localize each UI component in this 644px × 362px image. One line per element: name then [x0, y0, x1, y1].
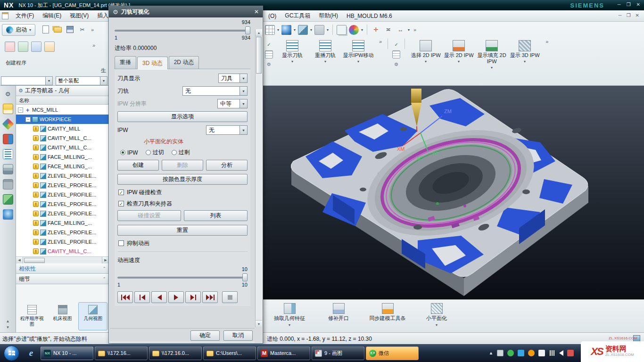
verify-toolpath-icon[interactable]	[265, 50, 273, 58]
scroll-down-icon[interactable]: ▼	[6, 325, 10, 329]
dependencies-section[interactable]: 相依性 ⌃	[16, 263, 109, 274]
graphics-window[interactable]: XM ZM XC YC	[262, 86, 644, 299]
toolbar-overflow-icon[interactable]: »	[412, 27, 418, 33]
collision-settings-button[interactable]: 碰撞设置	[117, 210, 181, 221]
operation-navigator-icon[interactable]	[3, 149, 13, 159]
list-button[interactable]: 列表	[184, 210, 248, 221]
taskbar-item[interactable]: Masterca...	[257, 346, 310, 360]
window-split-icon[interactable]	[337, 25, 347, 35]
shaded-sphere-icon[interactable]	[281, 25, 291, 35]
tree-item[interactable]: WORKPIECE	[16, 115, 109, 124]
create-button[interactable]: 创建	[117, 160, 159, 171]
synchronous-modeling-button[interactable]: 同步建模工具条	[367, 302, 408, 330]
web-browser-icon[interactable]	[3, 209, 13, 220]
check-tool-holder-row[interactable]: ✓ 检查刀具和夹持器	[118, 199, 248, 208]
slider-thumb[interactable]	[242, 273, 248, 281]
collapse-icon[interactable]	[25, 117, 31, 122]
tab-2d-dynamic[interactable]: 2D 动态	[169, 56, 199, 69]
scroll-up-icon[interactable]: ▲	[6, 319, 10, 323]
step-forward-button[interactable]	[185, 291, 201, 303]
taskbar-item[interactable]: NX 10 - ...	[41, 346, 93, 360]
ipw-collision-check-row[interactable]: ✓ IPW 碰撞检查	[118, 188, 248, 197]
frame-slider[interactable]	[115, 26, 250, 34]
scroll-left-icon[interactable]: ◀	[16, 257, 23, 263]
scrollbar-thumb[interactable]	[256, 37, 262, 74]
tree-item[interactable]: ZLEVEL_PROFILE...	[16, 199, 109, 209]
taskbar-item[interactable]: 9 - 画图	[312, 346, 364, 360]
checkbox-unchecked-icon[interactable]	[118, 240, 124, 246]
play-backward-button[interactable]	[151, 291, 167, 303]
taskbar-item[interactable]: \\172.16...	[95, 346, 148, 360]
tray-icon-green[interactable]	[507, 350, 514, 356]
menu-item[interactable]: HB_MOULD M6.6	[342, 11, 396, 21]
checkbox-checked-icon[interactable]: ✓	[118, 189, 124, 195]
create-tool-icon[interactable]	[18, 41, 28, 52]
start-button[interactable]	[4, 346, 19, 361]
slider-track[interactable]	[115, 30, 250, 32]
datum-cross-icon[interactable]: ✛	[371, 25, 381, 35]
scroll-down-icon[interactable]: ▼	[256, 320, 262, 327]
tray-icon-orange[interactable]	[528, 350, 535, 356]
grid-tool-icon[interactable]	[392, 50, 400, 58]
ribbon-button[interactable]: 显示 3D IPW ▾	[508, 39, 541, 79]
tree-item[interactable]: CAVITY_MILL_C...	[16, 143, 109, 152]
tray-flag-icon[interactable]	[567, 350, 574, 356]
analyze-button[interactable]: 分析	[206, 160, 248, 171]
resource-options-gear-icon[interactable]: ⚙	[3, 89, 13, 99]
cut-icon[interactable]: ✂	[77, 25, 87, 34]
tree-item[interactable]: ZLEVEL_PROFILE...	[16, 171, 109, 181]
confirm-icon[interactable]: ✓	[392, 41, 400, 49]
horizontal-scrollbar[interactable]: ◀ ▶	[16, 256, 109, 263]
slider-track[interactable]	[117, 277, 248, 279]
tray-network-icon[interactable]	[549, 350, 555, 356]
mdi-restore-button[interactable]: ❐	[627, 13, 631, 18]
radio-ipw[interactable]: IPW	[120, 149, 138, 156]
thickness-by-color-button[interactable]: 按颜色显示厚度	[117, 174, 248, 185]
step-back-button[interactable]	[134, 291, 150, 303]
details-section[interactable]: 细节 ⌃	[16, 274, 109, 284]
machine-tool-view-button[interactable]: 机床视图	[48, 302, 77, 330]
constraint-navigator-icon[interactable]	[2, 118, 14, 130]
minimize-button[interactable]: ─	[618, 2, 621, 7]
create-program-icon[interactable]	[5, 41, 15, 52]
radio-gouge[interactable]: 过切	[146, 148, 164, 156]
tab-3d-dynamic[interactable]: 3D 动态	[137, 57, 168, 69]
tree-item[interactable]: CAVITY_MILL_C...	[16, 133, 109, 143]
settings-tool-icon[interactable]: ⚙	[392, 60, 400, 68]
show-options-button[interactable]: 显示选项	[117, 111, 248, 122]
taskbar-item[interactable]: \\172.16.0...	[149, 346, 202, 360]
skip-to-start-button[interactable]	[117, 291, 133, 303]
tray-icon-blue[interactable]	[518, 350, 524, 356]
menu-item[interactable]: 编辑(E)	[38, 10, 66, 21]
part-navigator-icon[interactable]	[3, 134, 13, 144]
ribbon-button[interactable]: 显示 2D IPW ▾	[442, 39, 475, 79]
ribbon-button[interactable]: 选择 2D IPW ▾	[409, 39, 442, 79]
play-forward-button[interactable]	[168, 291, 184, 303]
geometry-view-button[interactable]: 几何视图	[78, 302, 107, 330]
tree-item[interactable]: ZLEVEL_PROFILE...	[16, 209, 109, 218]
taskbar-item[interactable]: 微信	[366, 346, 419, 360]
tree-item[interactable]: ZLEVEL_PROFILE...	[16, 228, 109, 237]
tree-item[interactable]: FACE_MILLING_...	[16, 162, 109, 171]
save-icon[interactable]	[65, 25, 75, 34]
tree-item[interactable]: CAVITY_MILL	[16, 124, 109, 133]
scroll-right-icon[interactable]: ▶	[102, 257, 109, 263]
internet-explorer-button[interactable]: e	[23, 346, 39, 360]
group-overflow-icon[interactable]: »	[92, 42, 95, 48]
reuse-library-icon[interactable]	[3, 164, 13, 174]
skip-to-end-button[interactable]	[202, 291, 218, 303]
tree-item[interactable]: FACE_MILLING_...	[16, 218, 109, 228]
stop-button[interactable]	[222, 291, 238, 303]
ok-button[interactable]: 确定	[190, 330, 220, 341]
toolbar-overflow-icon[interactable]: »	[378, 39, 383, 44]
checkbox-checked-icon[interactable]: ✓	[118, 201, 124, 206]
tray-volume-icon[interactable]	[559, 350, 563, 356]
start-menu-button[interactable]: 启动 ▾	[2, 24, 35, 36]
snap-point-icon[interactable]: ≍	[383, 25, 393, 35]
ribbon-button[interactable]: 显示IPW移动 ▾	[342, 39, 375, 79]
extract-geometry-button[interactable]: 抽取几何特征 ▾	[269, 302, 310, 330]
selection-scope-combo[interactable]: 整个装配 ▼	[56, 76, 107, 85]
collapse-icon[interactable]	[18, 107, 23, 113]
toolbar-overflow-icon[interactable]: »	[90, 27, 95, 33]
3d-model-canvas[interactable]: XM ZM XC YC	[262, 86, 644, 299]
